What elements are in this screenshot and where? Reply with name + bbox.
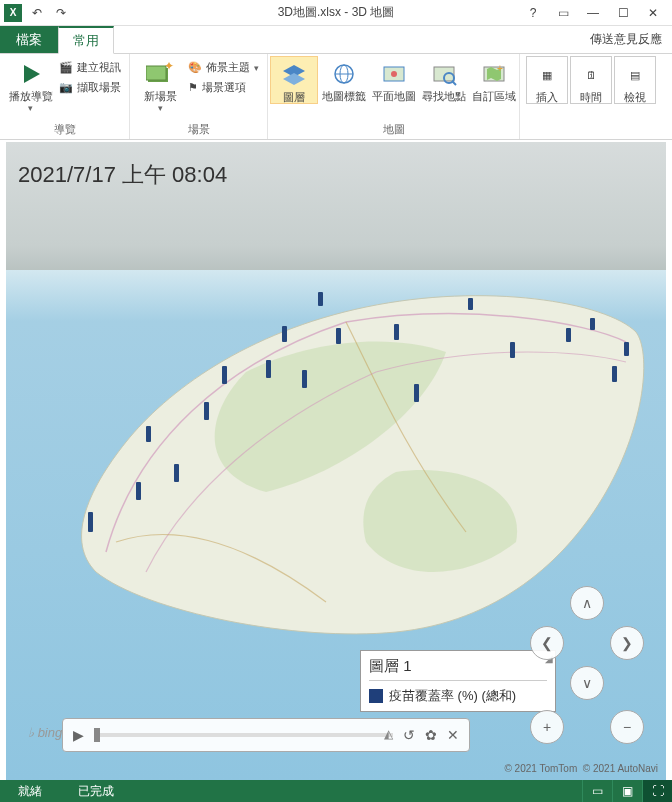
help-button[interactable]: ?: [522, 4, 544, 22]
data-bar: [318, 292, 323, 306]
insert-label: 插入: [536, 91, 558, 103]
globe-label-icon: [329, 60, 359, 88]
timeline-play-button[interactable]: ▶: [73, 727, 84, 743]
data-bar: [282, 326, 287, 342]
layer-label: 圖層: [283, 91, 305, 103]
data-bar: [266, 360, 271, 378]
zoom-out-button[interactable]: −: [610, 710, 644, 744]
rotate-left-button[interactable]: ❮: [530, 626, 564, 660]
timeline-close-button[interactable]: ✕: [447, 727, 459, 743]
legend-swatch-icon: [369, 689, 383, 703]
legend-title: 圖層 1: [369, 657, 547, 681]
scene-options-label: 場景選項: [202, 80, 246, 95]
svg-text:✦: ✦: [164, 62, 174, 73]
map-viewport[interactable]: 2021/7/17 上午 08:04 ◢ 圖層 1 疫苗覆蓋率 (%) (總和)…: [6, 142, 666, 780]
play-tour-label: 播放導覽: [9, 90, 53, 102]
insert-button[interactable]: ▦ 插入: [526, 56, 568, 104]
data-bar: [414, 384, 419, 402]
svg-marker-5: [283, 73, 305, 85]
new-scene-button[interactable]: ✦ 新場景 ▾: [136, 56, 184, 114]
legend-panel[interactable]: ◢ 圖層 1 疫苗覆蓋率 (%) (總和): [360, 650, 556, 712]
new-scene-label: 新場景: [144, 90, 177, 102]
layer-icon: [279, 61, 309, 89]
svg-line-13: [452, 81, 456, 85]
svg-text:+: +: [497, 63, 503, 74]
timeline-track[interactable]: ◭: [94, 733, 393, 737]
data-bar: [566, 328, 571, 342]
svg-point-10: [391, 71, 397, 77]
group-label-nav: 導覽: [6, 122, 123, 139]
legend-series-label: 疫苗覆蓋率 (%) (總和): [389, 687, 516, 705]
minimize-button[interactable]: ―: [582, 4, 604, 22]
view-icon: ▤: [620, 61, 650, 89]
excel-logo-icon: X: [4, 4, 22, 22]
tilt-down-button[interactable]: ∨: [570, 666, 604, 700]
chevron-down-icon: ▾: [28, 104, 33, 114]
data-bar: [624, 342, 629, 356]
timeline-end-marker-icon: ◭: [384, 727, 393, 741]
scene-options-button[interactable]: ⚑ 場景選項: [186, 79, 261, 96]
view-mode-1-button[interactable]: ▭: [582, 780, 612, 802]
data-bar: [302, 370, 307, 388]
map-labels-button[interactable]: 地圖標籤: [320, 56, 368, 102]
tab-home[interactable]: 常用: [58, 26, 114, 54]
tab-file[interactable]: 檔案: [0, 26, 58, 53]
flat-map-button[interactable]: 平面地圖: [370, 56, 418, 102]
play-tour-button[interactable]: 播放導覽 ▾: [7, 56, 55, 114]
island-shape: [46, 292, 656, 642]
video-icon: 🎬: [59, 61, 73, 74]
data-bar: [510, 342, 515, 358]
map-attribution: © 2021 TomTom © 2021 AutoNavi: [504, 763, 658, 774]
region-icon: +: [479, 60, 509, 88]
tilt-up-button[interactable]: ∧: [570, 586, 604, 620]
layer-button[interactable]: 圖層: [270, 56, 318, 104]
scene-theme-button[interactable]: 🎨 佈景主題▾: [186, 59, 261, 76]
undo-button[interactable]: ↶: [28, 4, 46, 22]
feedback-link[interactable]: 傳送意見反應: [580, 26, 672, 53]
data-bar: [336, 328, 341, 344]
capture-scene-button[interactable]: 📷 擷取場景: [57, 79, 123, 96]
timeline-loop-button[interactable]: ↺: [403, 727, 415, 743]
data-bar: [88, 512, 93, 532]
maximize-button[interactable]: ☐: [612, 4, 634, 22]
data-bar: [222, 366, 227, 384]
map-labels-label: 地圖標籤: [322, 90, 366, 102]
find-location-label: 尋找地點: [422, 90, 466, 102]
new-scene-icon: ✦: [145, 60, 175, 88]
data-bar: [174, 464, 179, 482]
view-label: 檢視: [624, 91, 646, 103]
data-bar: [146, 426, 151, 442]
view-mode-2-button[interactable]: ▣: [612, 780, 642, 802]
status-done: 已完成: [60, 783, 132, 800]
view-button[interactable]: ▤ 檢視: [614, 56, 656, 104]
data-bar: [468, 298, 473, 310]
svg-marker-0: [24, 65, 40, 83]
close-button[interactable]: ✕: [642, 4, 664, 22]
data-bar: [204, 402, 209, 420]
rotate-right-button[interactable]: ❯: [610, 626, 644, 660]
play-icon: [16, 60, 46, 88]
custom-region-button[interactable]: + 自訂區域: [470, 56, 518, 102]
timeline-control: ▶ ◭ ↺ ✿ ✕: [62, 718, 470, 752]
data-bar: [394, 324, 399, 340]
scene-theme-label: 佈景主題: [206, 60, 250, 75]
view-mode-3-button[interactable]: ⛶: [642, 780, 672, 802]
timeline-settings-button[interactable]: ✿: [425, 727, 437, 743]
chevron-down-icon: ▾: [158, 104, 163, 114]
timestamp-label: 2021/7/17 上午 08:04: [18, 160, 227, 190]
ribbon-options-button[interactable]: ▭: [552, 4, 574, 22]
insert-icon: ▦: [532, 61, 562, 89]
camera-icon: 📷: [59, 81, 73, 94]
options-icon: ⚑: [188, 81, 198, 94]
zoom-in-button[interactable]: +: [530, 710, 564, 744]
redo-button[interactable]: ↷: [52, 4, 70, 22]
bing-logo: ♭ bing: [28, 725, 62, 740]
create-video-button[interactable]: 🎬 建立視訊: [57, 59, 123, 76]
legend-item: 疫苗覆蓋率 (%) (總和): [369, 687, 547, 705]
ribbon-tabs: 檔案 常用 傳送意見反應: [0, 26, 672, 54]
time-button[interactable]: 🗓 時間: [570, 56, 612, 104]
flat-map-icon: [379, 60, 409, 88]
timeline-thumb[interactable]: [94, 728, 100, 742]
find-location-button[interactable]: 尋找地點: [420, 56, 468, 102]
time-icon: 🗓: [576, 61, 606, 89]
